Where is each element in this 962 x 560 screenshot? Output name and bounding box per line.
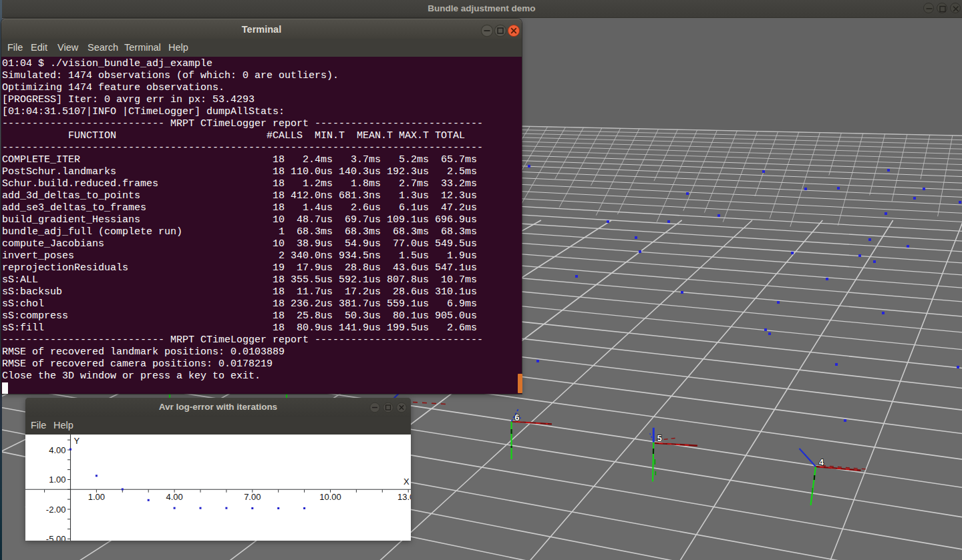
svg-text:5: 5 (657, 434, 662, 443)
svg-text:-5.00: -5.00 (46, 534, 66, 541)
svg-text:X: X (404, 477, 410, 487)
svg-text:1.00: 1.00 (88, 492, 105, 502)
svg-text:-2.00: -2.00 (46, 505, 66, 515)
svg-text:6: 6 (515, 413, 520, 423)
svg-text:7.00: 7.00 (244, 492, 261, 502)
svg-text:4.00: 4.00 (166, 492, 182, 502)
svg-text:Y: Y (74, 436, 80, 446)
svg-text:10.00: 10.00 (319, 492, 341, 502)
svg-text:4.00: 4.00 (49, 445, 65, 455)
svg-text:4: 4 (819, 458, 824, 467)
svg-text:13.00: 13.00 (397, 492, 411, 502)
svg-text:1.00: 1.00 (49, 475, 65, 485)
